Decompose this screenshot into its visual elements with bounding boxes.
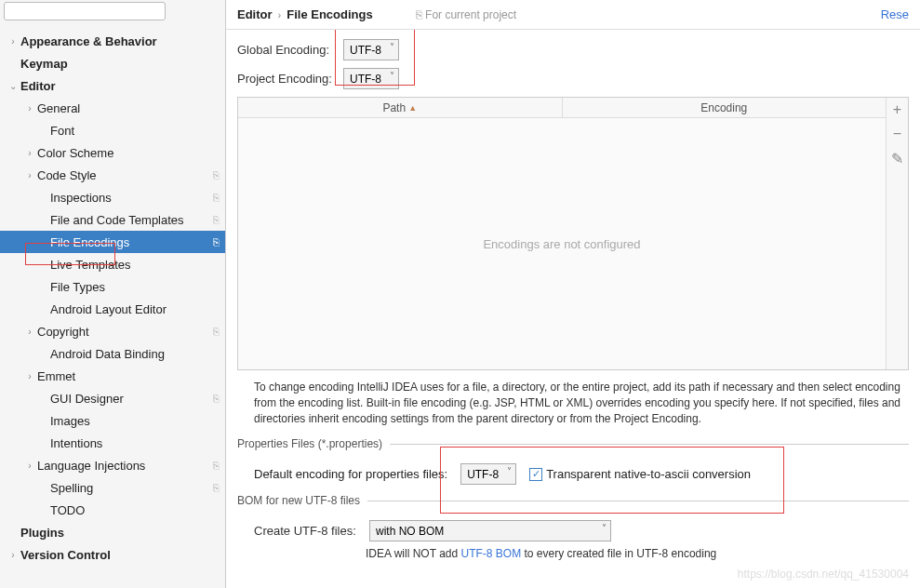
sidebar-item-copyright[interactable]: ›Copyright⎘ [0, 320, 225, 342]
sidebar-item-intentions[interactable]: Intentions [0, 432, 225, 454]
sidebar-item-emmet[interactable]: ›Emmet [0, 365, 225, 387]
sidebar-item-label: General [37, 101, 220, 115]
chevron-down-icon: ⌄ [7, 81, 19, 91]
main-panel: Editor › File Encodings For current proj… [226, 0, 920, 588]
sidebar-item-todo[interactable]: TODO [0, 499, 225, 521]
sidebar-item-label: File Encodings [50, 235, 213, 249]
table-toolbar: + − ✎ [886, 98, 908, 369]
sidebar-item-images[interactable]: Images [0, 409, 225, 432]
sidebar-item-spelling[interactable]: Spelling⎘ [0, 476, 225, 499]
chevron-right-icon: › [24, 148, 35, 158]
bom-note: IDEA will NOT add UTF-8 BOM to every cre… [366, 547, 909, 560]
sidebar-item-label: GUI Designer [50, 392, 213, 406]
sidebar-item-general[interactable]: ›General [0, 97, 225, 119]
sidebar-item-label: Live Templates [50, 258, 220, 272]
sort-indicator-icon: ▲ [408, 103, 417, 113]
sidebar-item-version-control[interactable]: ›Version Control [0, 543, 225, 566]
sidebar-item-label: Inspections [50, 191, 213, 205]
chevron-right-icon: › [24, 170, 35, 180]
settings-sidebar: ›Appearance & BehaviorKeymap⌄Editor›Gene… [0, 0, 226, 588]
properties-encoding-select[interactable]: UTF-8 [460, 463, 516, 485]
help-text: To change encoding IntelliJ IDEA uses fo… [254, 380, 909, 426]
chevron-right-icon: › [7, 36, 19, 47]
search-row [0, 0, 225, 24]
remove-button[interactable]: − [887, 122, 909, 146]
sidebar-item-android-data-binding[interactable]: Android Data Binding [0, 342, 225, 365]
sidebar-item-label: Android Layout Editor [50, 302, 220, 316]
sidebar-item-label: Android Data Binding [50, 347, 220, 361]
scope-hint: For current project [416, 8, 516, 21]
sidebar-item-label: Spelling [50, 481, 213, 495]
global-encoding-label: Global Encoding: [237, 43, 334, 57]
project-scope-icon: ⎘ [213, 214, 220, 225]
properties-legend: Properties Files (*.properties) [237, 437, 390, 450]
sidebar-item-label: Appearance & Behavior [20, 34, 220, 48]
sidebar-item-label: Code Style [37, 168, 213, 182]
sidebar-item-label: Emmet [37, 369, 220, 383]
sidebar-item-label: TODO [50, 503, 220, 517]
sidebar-item-label: Keymap [20, 57, 220, 71]
sidebar-item-label: Intentions [50, 436, 220, 450]
sidebar-item-gui-designer[interactable]: GUI Designer⎘ [0, 387, 225, 409]
sidebar-item-android-layout-editor[interactable]: Android Layout Editor [0, 298, 225, 320]
utf8-bom-link[interactable]: UTF-8 BOM [460, 547, 521, 560]
column-path[interactable]: Path▲ [238, 98, 563, 117]
table-empty-text: Encodings are not configured [238, 118, 886, 369]
sidebar-item-label: Language Injections [37, 459, 213, 473]
settings-tree[interactable]: ›Appearance & BehaviorKeymap⌄Editor›Gene… [0, 24, 225, 588]
bom-group: BOM for new UTF-8 files Create UTF-8 fil… [237, 494, 909, 560]
sidebar-item-label: Font [50, 124, 220, 138]
chevron-right-icon: › [278, 9, 282, 20]
sidebar-item-label: Plugins [20, 526, 220, 540]
project-scope-icon: ⎘ [213, 460, 220, 471]
sidebar-item-code-style[interactable]: ›Code Style⎘ [0, 164, 225, 186]
sidebar-item-file-and-code-templates[interactable]: File and Code Templates⎘ [0, 208, 225, 231]
chevron-right-icon: › [24, 103, 35, 114]
chevron-right-icon: › [24, 327, 35, 337]
project-scope-icon: ⎘ [213, 169, 220, 180]
sidebar-item-label: Editor [20, 79, 220, 93]
reset-link[interactable]: Rese [881, 7, 909, 21]
bom-select[interactable]: with NO BOM [369, 520, 611, 541]
chevron-right-icon: › [7, 550, 19, 560]
breadcrumb: Editor › File Encodings For current proj… [226, 0, 920, 30]
sidebar-item-file-encodings[interactable]: File Encodings⎘ [0, 231, 225, 253]
sidebar-item-keymap[interactable]: Keymap [0, 52, 225, 74]
breadcrumb-file-encodings: File Encodings [287, 7, 372, 21]
column-encoding[interactable]: Encoding [563, 98, 887, 117]
properties-encoding-label: Default encoding for properties files: [254, 467, 447, 481]
encodings-table: Path▲ Encoding Encodings are not configu… [237, 97, 909, 370]
sidebar-item-font[interactable]: Font [0, 119, 225, 141]
sidebar-item-language-injections[interactable]: ›Language Injections⎘ [0, 454, 225, 476]
chevron-right-icon: › [24, 461, 35, 471]
bom-legend: BOM for new UTF-8 files [237, 494, 367, 507]
sidebar-item-label: File and Code Templates [50, 213, 213, 227]
sidebar-item-editor[interactable]: ⌄Editor [0, 74, 225, 97]
project-scope-icon: ⎘ [213, 192, 220, 203]
sidebar-item-label: Images [50, 414, 220, 428]
project-encoding-select[interactable]: UTF-8 [343, 68, 399, 89]
sidebar-item-label: File Types [50, 280, 220, 294]
sidebar-item-plugins[interactable]: Plugins [0, 521, 225, 543]
search-input[interactable] [4, 2, 166, 20]
checkmark-icon: ✓ [529, 468, 542, 481]
edit-button[interactable]: ✎ [887, 146, 909, 170]
project-encoding-label: Project Encoding: [237, 72, 334, 86]
chevron-right-icon: › [24, 371, 35, 381]
sidebar-item-inspections[interactable]: Inspections⎘ [0, 186, 225, 208]
sidebar-item-file-types[interactable]: File Types [0, 275, 225, 298]
native-to-ascii-checkbox[interactable]: ✓ Transparent native-to-ascii conversion [529, 467, 751, 481]
sidebar-item-appearance-behavior[interactable]: ›Appearance & Behavior [0, 30, 225, 52]
sidebar-item-label: Copyright [37, 325, 213, 339]
sidebar-item-label: Color Scheme [37, 146, 220, 160]
sidebar-item-live-templates[interactable]: Live Templates [0, 253, 225, 275]
project-scope-icon: ⎘ [213, 482, 220, 493]
project-scope-icon: ⎘ [213, 326, 220, 337]
global-encoding-select[interactable]: UTF-8 [343, 39, 399, 60]
breadcrumb-editor[interactable]: Editor [237, 7, 273, 21]
sidebar-item-color-scheme[interactable]: ›Color Scheme [0, 141, 225, 164]
add-button[interactable]: + [887, 98, 909, 122]
project-scope-icon: ⎘ [213, 236, 220, 247]
bom-label: Create UTF-8 files: [254, 524, 356, 538]
properties-group: Properties Files (*.properties) Default … [237, 437, 909, 485]
